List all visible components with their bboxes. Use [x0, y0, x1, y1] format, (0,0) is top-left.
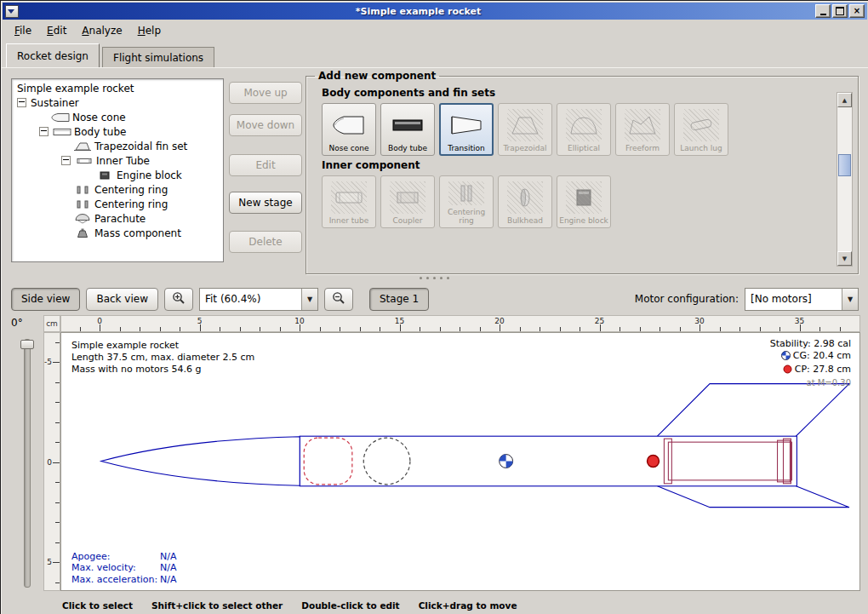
rocket-info: Simple example rocketLength 37.5 cm, max… — [71, 340, 254, 376]
scrollbar-thumb[interactable] — [838, 154, 851, 176]
trapezoidal-icon — [500, 106, 550, 145]
rocket-info-line: Mass with no motors 54.6 g — [71, 364, 254, 376]
tree-expander[interactable] — [61, 156, 71, 165]
fin-set-icon — [73, 141, 94, 152]
edit-button: Edit — [229, 154, 302, 176]
chevron-down-icon[interactable]: ▼ — [301, 289, 317, 310]
tree-item-label: Trapezoidal fin set — [94, 141, 187, 152]
add-transition-button[interactable]: Transition — [439, 103, 494, 156]
body-tube-outline — [300, 436, 797, 486]
rocket-canvas[interactable]: Simple example rocketLength 37.5 cm, max… — [60, 332, 860, 591]
ruler-label: 25 — [595, 317, 604, 325]
tree-item-sustainer[interactable]: Sustainer — [12, 95, 223, 110]
menu-edit[interactable]: Edit — [40, 22, 73, 39]
add-body-tube-label: Body tube — [388, 145, 427, 153]
add-nose-cone-label: Nose cone — [328, 145, 368, 153]
nose-cone-icon — [324, 106, 374, 145]
tree-item-simple-example-rocket[interactable]: Simple example rocket — [12, 81, 223, 95]
tree-item-engine-block[interactable]: Engine block — [12, 168, 223, 182]
component-tree[interactable]: Simple example rocketSustainerNose coneB… — [11, 78, 224, 262]
maximize-icon — [836, 7, 844, 15]
side-view-button[interactable]: Side view — [11, 288, 80, 311]
apogee-row: Apogee:N/A — [71, 551, 176, 563]
tree-action-buttons: Move upMove downEditNew stageDelete — [229, 82, 302, 253]
scroll-up-icon[interactable]: ▲ — [837, 93, 852, 107]
tree-item-label: Inner Tube — [96, 155, 150, 167]
chevron-down-icon[interactable]: ▼ — [842, 289, 858, 310]
tree-expander[interactable] — [17, 98, 26, 107]
tab-flight-simulations[interactable]: Flight simulations — [102, 47, 214, 67]
tree-item-label: Centering ring — [94, 198, 168, 210]
delete-button: Delete — [229, 231, 302, 253]
tree-item-inner-tube[interactable]: Inner Tube — [12, 153, 223, 168]
app-icon — [5, 5, 19, 18]
horizontal-ruler: 05101520253035 — [60, 315, 860, 332]
minimize-button[interactable] — [815, 4, 831, 18]
ruler-label: 30 — [694, 317, 704, 325]
ruler-label: 0 — [97, 317, 102, 325]
mach-note: at M=0.30 — [770, 377, 851, 389]
tree-item-parachute[interactable]: Parachute — [12, 211, 223, 226]
minimize-icon — [820, 14, 826, 15]
cg-marker — [500, 455, 513, 468]
zoom-out-button[interactable] — [324, 288, 353, 311]
add-bulkhead-label: Bulkhead — [507, 217, 543, 226]
zoom-in-button[interactable] — [164, 288, 193, 311]
status-hint: Click+drag to move — [419, 600, 517, 611]
motor-configuration-value: [No motors] — [745, 289, 842, 310]
menu-help[interactable]: Help — [131, 22, 168, 39]
stage-1-toggle-button[interactable]: Stage 1 — [369, 288, 429, 311]
elliptical-icon — [559, 106, 608, 145]
nose-cone-outline — [101, 437, 300, 486]
add-bulkhead-button: Bulkhead — [498, 175, 552, 228]
tree-expander[interactable] — [39, 127, 49, 136]
rocket-view-area: 0° cm 05101520253035 -505 — [6, 315, 864, 596]
rotation-slider[interactable] — [24, 339, 31, 588]
max-acceleration-row: Max. acceleration:N/A — [71, 574, 176, 586]
scroll-down-icon[interactable]: ▼ — [837, 251, 852, 266]
split-divider[interactable] — [1, 273, 868, 283]
add-coupler-label: Coupler — [393, 217, 423, 226]
inner-tube-icon — [75, 156, 96, 166]
max-velocity-row: Max. velocity:N/A — [71, 562, 176, 574]
add-coupler-button: Coupler — [380, 175, 435, 228]
fin-lower-outline — [657, 486, 849, 508]
ruler-label: 0 — [47, 458, 52, 467]
motor-configuration-select[interactable]: [No motors] ▼ — [745, 288, 859, 311]
zoom-select[interactable]: Fit (60.4%) ▼ — [199, 288, 318, 311]
new-stage-button[interactable]: New stage — [229, 192, 302, 214]
menu-analyze[interactable]: Analyze — [75, 22, 128, 39]
nose-cone-icon — [51, 112, 72, 123]
zoom-in-icon — [172, 291, 186, 307]
back-view-button[interactable]: Back view — [86, 288, 158, 311]
engine-block-icon — [95, 170, 117, 181]
motor-configuration-label: Motor configuration: — [635, 293, 739, 305]
tree-item-body-tube[interactable]: Body tube — [12, 124, 223, 139]
rotation-slider-thumb[interactable] — [20, 340, 34, 349]
maximize-button[interactable] — [832, 4, 848, 18]
flight-data: Apogee:N/AMax. velocity:N/AMax. accelera… — [71, 551, 176, 586]
ruler-label: 20 — [494, 317, 504, 325]
freeform-icon — [618, 106, 667, 145]
title-bar[interactable]: *Simple example rocket × — [3, 3, 867, 20]
zoom-out-icon — [332, 291, 345, 307]
close-button[interactable]: × — [849, 4, 865, 18]
centering-ring-icon — [442, 178, 491, 209]
menu-bar: FileEditAnalyzeHelp — [1, 20, 868, 42]
vertical-scrollbar[interactable]: ▲ ▼ — [837, 92, 853, 267]
add-inner-tube-label: Inner tube — [329, 217, 369, 226]
tree-item-centering-ring[interactable]: Centering ring — [12, 197, 223, 211]
move-up-button: Move up — [229, 82, 302, 104]
menu-file[interactable]: File — [8, 22, 38, 39]
tree-item-nose-cone[interactable]: Nose cone — [12, 110, 223, 124]
status-hint: Double-click to edit — [301, 600, 399, 611]
add-nose-cone-button[interactable]: Nose cone — [322, 103, 376, 156]
cg-legend-icon — [781, 351, 791, 364]
tree-item-centering-ring[interactable]: Centering ring — [12, 182, 223, 197]
tree-item-mass-component[interactable]: Mass component — [12, 226, 223, 240]
tab-rocket-design[interactable]: Rocket design — [6, 43, 100, 67]
zoom-value: Fit (60.4%) — [200, 289, 301, 310]
tree-item-trapezoidal-fin-set[interactable]: Trapezoidal fin set — [12, 139, 223, 153]
add-body-tube-button[interactable]: Body tube — [380, 103, 435, 156]
transition-icon — [442, 106, 491, 145]
